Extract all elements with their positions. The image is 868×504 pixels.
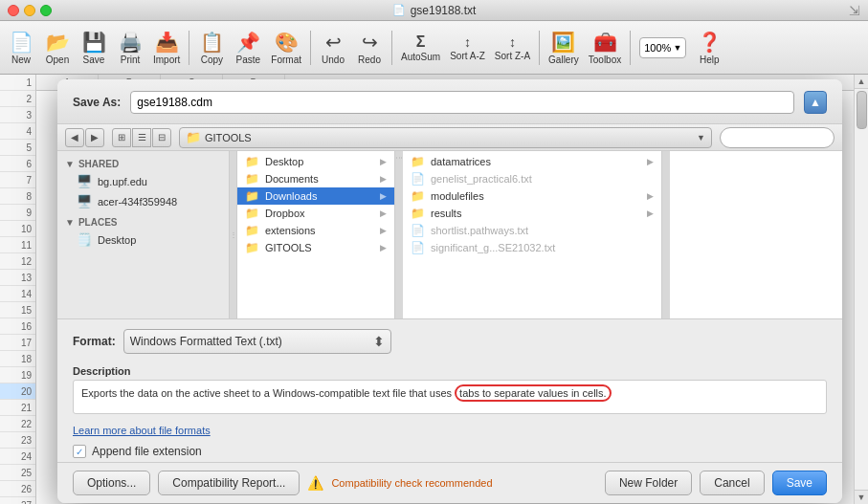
save-button[interactable]: Save — [772, 471, 827, 495]
save-as-input[interactable] — [130, 91, 794, 114]
toolbar-zoom[interactable]: 100% ▼ — [635, 25, 690, 71]
right-file-genelist[interactable]: 📄 genelist_practical6.txt — [403, 170, 661, 187]
forward-button[interactable]: ▶ — [85, 128, 104, 147]
right-file-results[interactable]: 📁 results ▶ — [403, 205, 661, 222]
back-button[interactable]: ◀ — [65, 128, 84, 147]
scroll-down-button[interactable]: ▼ — [855, 490, 869, 504]
right-file-name-results: results — [431, 208, 461, 219]
folder-icon-downloads: 📁 — [245, 189, 259, 203]
format-dropdown[interactable]: Windows Formatted Text (.txt) ⬍ — [123, 329, 391, 354]
toolbar-help[interactable]: ❓ Help — [692, 25, 726, 71]
expand-arrow-button[interactable]: ▲ — [804, 91, 827, 114]
file-name-desktop: Desktop — [265, 156, 374, 167]
arrow-results: ▶ — [647, 208, 654, 218]
scroll-up-button[interactable]: ▲ — [855, 75, 869, 89]
toolbar-undo[interactable]: ↩ Undo — [316, 25, 350, 71]
resize-icon: ⇲ — [849, 3, 860, 18]
nav-item-desktop[interactable]: 🗒️ Desktop — [57, 230, 229, 250]
v-resize-handle-2[interactable] — [662, 151, 670, 318]
nav-arrows: ◀ ▶ — [65, 128, 104, 147]
toolbar-toolbox[interactable]: 🧰 Toolbox — [585, 25, 625, 71]
file-item-desktop[interactable]: 📁 Desktop ▶ — [237, 153, 394, 170]
triangle-icon-2: ▼ — [65, 217, 75, 228]
open-label: Open — [46, 55, 69, 65]
window-resize[interactable]: ⇲ — [849, 3, 860, 18]
description-box: Exports the data on the active sheet to … — [73, 380, 827, 414]
zoom-value: 100% — [644, 42, 671, 54]
toolbar-paste[interactable]: 📌 Paste — [231, 25, 265, 71]
v-resize-handle[interactable]: ⋮ — [395, 151, 403, 318]
left-resize-handle[interactable]: ⋮ — [230, 151, 237, 318]
resize-dots: ⋮ — [230, 230, 237, 239]
minimize-button[interactable] — [24, 5, 35, 16]
folder-icon-modulefiles: 📁 — [411, 189, 425, 203]
toolbar-gallery[interactable]: 🖼️ Gallery — [545, 25, 583, 71]
toolbar-autosum[interactable]: Σ AutoSum — [397, 25, 444, 71]
icon-view-button[interactable]: ⊞ — [112, 128, 131, 147]
toolbar-copy[interactable]: 📋 Copy — [194, 25, 229, 71]
file-item-dropbox[interactable]: 📁 Dropbox ▶ — [237, 205, 394, 222]
search-input[interactable] — [720, 127, 835, 148]
arrow-gitools: ▶ — [380, 243, 387, 252]
file-item-extensions[interactable]: 📁 extensions ▶ — [237, 222, 394, 239]
arrow-desktop: ▶ — [380, 157, 387, 166]
zoom-arrow: ▼ — [673, 43, 681, 53]
file-item-gitools[interactable]: 📁 GITOOLS ▶ — [237, 239, 394, 256]
scroll-track[interactable] — [855, 89, 868, 490]
right-file-significant[interactable]: 📄 significant_g...SE21032.txt — [403, 239, 661, 256]
toolbar-sep-2 — [310, 31, 311, 65]
title-bar: 📄 gse19188.txt ⇲ — [0, 0, 868, 21]
right-file-modulefiles[interactable]: 📁 modulefiles ▶ — [403, 187, 661, 205]
new-folder-button[interactable]: New Folder — [605, 471, 692, 495]
toolbar-save[interactable]: 💾 Save — [77, 25, 111, 71]
location-dropdown[interactable]: 📁 GITOOLS ▼ — [179, 127, 712, 148]
folder-icon-results: 📁 — [411, 207, 425, 220]
column-view-button[interactable]: ⊟ — [152, 128, 171, 147]
row-num: 18 — [0, 351, 35, 367]
format-select-text: Windows Formatted Text (.txt) — [130, 335, 367, 348]
window-controls[interactable] — [8, 5, 52, 16]
row-num: 23 — [0, 432, 35, 449]
location-text: GITOOLS — [205, 132, 693, 143]
nav-item-bg-upf[interactable]: 🖥️ bg.upf.edu — [57, 171, 229, 191]
maximize-button[interactable] — [40, 5, 52, 16]
options-button[interactable]: Options... — [73, 471, 150, 495]
list-view-button[interactable]: ☰ — [132, 128, 151, 147]
toolbar-redo[interactable]: ↪ Redo — [352, 25, 387, 71]
toolbar-sort-za[interactable]: ↕ Sort Z-A — [491, 25, 534, 71]
help-label: Help — [700, 55, 720, 65]
toolbar-sort-az[interactable]: ↕ Sort A-Z — [446, 25, 489, 71]
nav-item-acer[interactable]: 🖥️ acer-434f359948 — [57, 191, 229, 211]
right-file-name-modulefiles: modulefiles — [431, 190, 484, 202]
scroll-thumb[interactable] — [857, 91, 867, 129]
autosum-label: AutoSum — [401, 52, 440, 62]
gallery-icon: 🖼️ — [551, 31, 575, 54]
zoom-control[interactable]: 100% ▼ — [639, 37, 686, 58]
cancel-button[interactable]: Cancel — [700, 471, 764, 495]
row-num: 24 — [0, 449, 35, 465]
toolbar-format[interactable]: 🎨 Format — [267, 25, 305, 71]
file-item-downloads[interactable]: 📁 Downloads ▶ — [237, 187, 394, 205]
file-name-downloads: Downloads — [265, 190, 374, 202]
toolbar-open[interactable]: 📂 Open — [40, 25, 75, 71]
learn-more-link[interactable]: Learn more about file formats — [73, 425, 211, 436]
right-file-datamatrices[interactable]: 📁 datamatrices ▶ — [403, 153, 661, 170]
save-as-label: Save As: — [73, 96, 121, 109]
toolbar-import[interactable]: 📥 Import — [149, 25, 184, 71]
row-num: 14 — [0, 286, 35, 302]
row-num: 11 — [0, 237, 35, 253]
append-checkbox[interactable]: ✓ — [73, 445, 86, 458]
close-button[interactable] — [8, 5, 19, 16]
server-icon-1: 🖥️ — [77, 174, 92, 188]
file-item-documents[interactable]: 📁 Documents ▶ — [237, 170, 394, 187]
redo-label: Redo — [358, 55, 381, 65]
right-file-shortlist[interactable]: 📄 shortlist.pathways.txt — [403, 222, 661, 239]
format-dropdown-arrow: ⬍ — [373, 334, 385, 349]
dialog-overlay: Save As: ▲ ◀ ▶ ⊞ ☰ ⊟ 📁 — [48, 75, 854, 504]
toolbar-print[interactable]: 🖨️ Print — [113, 25, 147, 71]
undo-icon: ↩ — [325, 31, 342, 54]
toolbar-new[interactable]: 📄 New — [4, 25, 38, 71]
compat-report-button[interactable]: Compatibility Report... — [158, 471, 300, 495]
server-icon-2: 🖥️ — [77, 194, 92, 208]
undo-label: Undo — [322, 55, 345, 65]
